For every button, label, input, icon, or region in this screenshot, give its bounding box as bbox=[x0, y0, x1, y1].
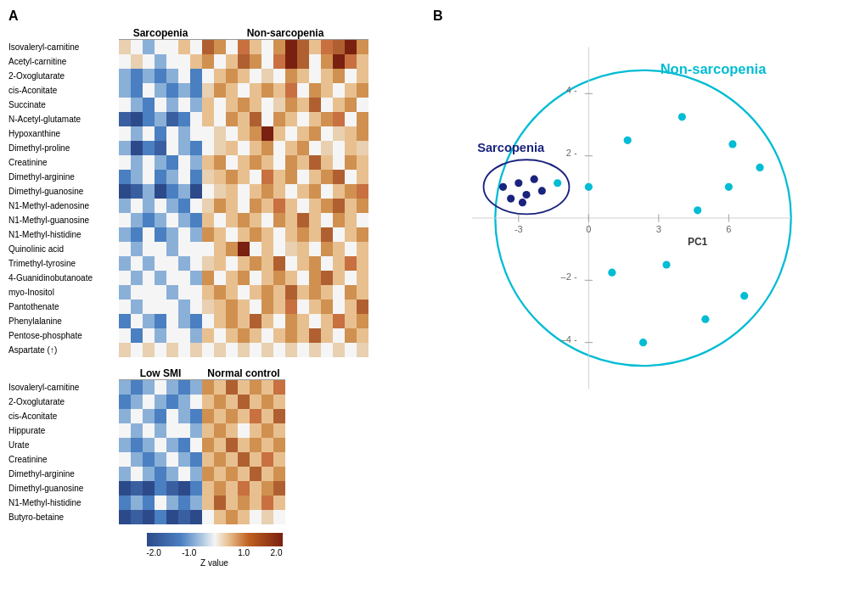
svg-rect-105 bbox=[321, 98, 333, 112]
svg-rect-190 bbox=[333, 155, 345, 170]
svg-rect-440 bbox=[309, 328, 321, 343]
colorbar-label-min: -2.0 bbox=[147, 548, 161, 557]
svg-rect-218 bbox=[166, 184, 178, 199]
svg-rect-314 bbox=[309, 242, 321, 256]
svg-rect-151 bbox=[119, 141, 131, 155]
svg-rect-395 bbox=[273, 300, 285, 314]
svg-rect-337 bbox=[333, 256, 345, 271]
svg-rect-591 bbox=[166, 481, 178, 496]
svg-rect-56 bbox=[238, 69, 250, 83]
svg-rect-188 bbox=[309, 155, 321, 170]
svg-rect-25 bbox=[119, 54, 131, 69]
svg-rect-236 bbox=[131, 199, 143, 213]
svg-text:-3: -3 bbox=[515, 224, 523, 234]
svg-rect-522 bbox=[178, 409, 190, 423]
svg-rect-27 bbox=[143, 54, 155, 69]
svg-point-662 bbox=[585, 183, 593, 191]
svg-rect-97 bbox=[226, 98, 238, 112]
heatmap1-title-sarcopenia: Sarcopenia bbox=[119, 27, 202, 40]
svg-rect-542 bbox=[250, 423, 261, 438]
svg-rect-150 bbox=[357, 126, 368, 141]
svg-rect-93 bbox=[178, 98, 190, 112]
svg-rect-67 bbox=[119, 83, 131, 98]
colorbar-label-p1: 1.0 bbox=[238, 548, 250, 557]
svg-text:0: 0 bbox=[586, 224, 591, 234]
svg-rect-418 bbox=[297, 314, 309, 328]
label-cis: cis-Aconitate bbox=[8, 83, 119, 98]
label-n1methylhis: N1-Methyl-histidine bbox=[8, 227, 119, 242]
svg-rect-533 bbox=[143, 423, 155, 438]
svg-rect-111 bbox=[143, 112, 155, 126]
svg-rect-619 bbox=[166, 510, 178, 524]
svg-rect-602 bbox=[131, 496, 143, 510]
svg-rect-96 bbox=[214, 98, 226, 112]
svg-rect-324 bbox=[178, 256, 190, 271]
svg-rect-320 bbox=[131, 256, 143, 271]
svg-rect-202 bbox=[226, 170, 238, 184]
label-2oxo: 2-Oxoglutarate bbox=[8, 69, 119, 83]
svg-rect-310 bbox=[261, 242, 273, 256]
svg-rect-430 bbox=[190, 328, 202, 343]
pca-plot: 4 - 2 - –2 - –4 - -3 0 3 6 PC1 PC2 bbox=[433, 31, 858, 608]
svg-rect-364 bbox=[155, 285, 166, 300]
svg-rect-528 bbox=[250, 409, 261, 423]
heatmap2-grid: Isovaleryl-carnitine 2-Oxoglutarate cis-… bbox=[8, 380, 420, 526]
svg-rect-106 bbox=[333, 98, 345, 112]
svg-rect-272 bbox=[309, 213, 321, 227]
svg-rect-464 bbox=[345, 343, 357, 357]
svg-point-660 bbox=[662, 260, 670, 268]
svg-rect-526 bbox=[226, 409, 238, 423]
svg-rect-100 bbox=[261, 98, 273, 112]
svg-rect-120 bbox=[250, 112, 261, 126]
svg-rect-73 bbox=[190, 83, 202, 98]
svg-rect-586 bbox=[273, 467, 285, 481]
svg-rect-557 bbox=[261, 438, 273, 452]
svg-rect-174 bbox=[143, 155, 155, 170]
svg-rect-31 bbox=[190, 54, 202, 69]
svg-rect-620 bbox=[178, 510, 190, 524]
svg-rect-38 bbox=[273, 54, 285, 69]
svg-rect-545 bbox=[119, 438, 131, 452]
svg-rect-393 bbox=[250, 300, 261, 314]
panel-b: B 4 - 2 - –2 - –4 - -3 0 bbox=[425, 0, 866, 616]
svg-rect-590 bbox=[155, 481, 166, 496]
heatmap2-title-normal: Normal control bbox=[202, 367, 285, 380]
svg-rect-507 bbox=[166, 395, 178, 409]
svg-rect-404 bbox=[131, 314, 143, 328]
svg-rect-225 bbox=[250, 184, 261, 199]
svg-rect-505 bbox=[143, 395, 155, 409]
svg-rect-578 bbox=[178, 467, 190, 481]
svg-rect-277 bbox=[119, 227, 131, 242]
svg-rect-152 bbox=[131, 141, 143, 155]
svg-rect-463 bbox=[333, 343, 345, 357]
svg-rect-386 bbox=[166, 300, 178, 314]
svg-rect-59 bbox=[273, 69, 285, 83]
svg-rect-123 bbox=[285, 112, 297, 126]
svg-rect-117 bbox=[214, 112, 226, 126]
svg-rect-95 bbox=[202, 98, 214, 112]
svg-point-669 bbox=[522, 191, 530, 199]
svg-rect-458 bbox=[273, 343, 285, 357]
svg-rect-569 bbox=[238, 452, 250, 467]
svg-rect-361 bbox=[119, 285, 131, 300]
svg-rect-145 bbox=[297, 126, 309, 141]
svg-rect-460 bbox=[297, 343, 309, 357]
svg-rect-456 bbox=[250, 343, 261, 357]
svg-rect-32 bbox=[202, 54, 214, 69]
svg-rect-79 bbox=[261, 83, 273, 98]
svg-rect-346 bbox=[190, 271, 202, 285]
svg-rect-589 bbox=[143, 481, 155, 496]
svg-rect-420 bbox=[321, 314, 333, 328]
svg-rect-582 bbox=[226, 467, 238, 481]
svg-rect-200 bbox=[202, 170, 214, 184]
svg-rect-206 bbox=[273, 170, 285, 184]
svg-rect-215 bbox=[131, 184, 143, 199]
label-dimethylarg: Dimethyl-arginine bbox=[8, 170, 119, 184]
svg-rect-605 bbox=[166, 496, 178, 510]
svg-rect-389 bbox=[202, 300, 214, 314]
svg-rect-290 bbox=[273, 227, 285, 242]
svg-rect-295 bbox=[333, 227, 345, 242]
svg-rect-135 bbox=[178, 126, 190, 141]
svg-rect-282 bbox=[178, 227, 190, 242]
svg-rect-66 bbox=[357, 69, 368, 83]
